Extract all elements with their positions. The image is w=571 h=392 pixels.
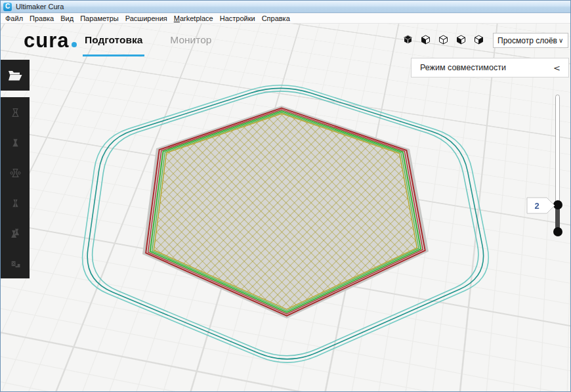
support-blocker-tool-button[interactable] (1, 248, 30, 278)
move-tool-button[interactable] (1, 97, 30, 127)
menu-item-настройки[interactable]: Настройки (217, 14, 259, 22)
view-mode-label: Просмотр слоёв (497, 36, 557, 45)
model-tools-toolbar (1, 97, 30, 278)
menu-item-marketplace[interactable]: Marketplace (171, 14, 217, 22)
cura-app-icon: C (3, 3, 12, 11)
view-3d-icon[interactable] (403, 35, 413, 45)
view-front-icon[interactable] (421, 35, 431, 45)
per-model-settings-icon (10, 228, 21, 239)
window-title: Ultimaker Cura (16, 3, 64, 11)
cura-logo-text: cura (24, 29, 69, 53)
menu-item-файл[interactable]: Файл (2, 14, 26, 22)
menu-bar: ФайлПравкаВидПараметрыРасширенияMarketpl… (1, 13, 571, 24)
mirror-tool-button[interactable] (1, 188, 30, 218)
scale-icon (10, 137, 21, 148)
cura-window: C Ultimaker Cura ФайлПравкаВидПараметрыР… (0, 0, 571, 392)
view-left-icon[interactable] (456, 35, 466, 45)
layer-slider-lower-handle[interactable] (553, 227, 562, 236)
open-file-button[interactable] (1, 60, 30, 91)
view-mode-dropdown[interactable]: Просмотр слоёв ∨ (493, 33, 568, 48)
stage-tabs: Подготовка Монитор (85, 34, 211, 53)
tab-prepare[interactable]: Подготовка (85, 34, 142, 53)
tab-monitor[interactable]: Монитор (170, 34, 211, 53)
scale-tool-button[interactable] (1, 127, 30, 158)
title-bar[interactable]: C Ultimaker Cura (1, 1, 570, 13)
view-top-icon[interactable] (438, 35, 448, 45)
menu-item-правка[interactable]: Правка (26, 14, 57, 22)
buildplate-grid (1, 23, 571, 392)
move-icon (10, 107, 21, 118)
collapse-panel-chevron-icon[interactable]: < (553, 63, 568, 73)
view-right-icon[interactable] (474, 35, 484, 45)
rotate-icon (10, 167, 21, 179)
mirror-icon (10, 198, 21, 209)
compatibility-mode-panel: Режим совместимости < (411, 58, 569, 77)
current-layer-tag: 2 (526, 197, 555, 214)
per-model-settings-tool-button[interactable] (1, 218, 30, 248)
menu-item-справка[interactable]: Справка (259, 14, 293, 22)
rotate-tool-button[interactable] (1, 158, 30, 188)
menu-item-вид[interactable]: Вид (57, 14, 77, 22)
compatibility-mode-title: Режим совместимости (412, 63, 553, 72)
cura-logo: cura (24, 29, 77, 53)
current-layer-value: 2 (534, 201, 539, 211)
viewport-3d[interactable] (1, 23, 571, 392)
open-folder-icon (7, 69, 23, 82)
camera-view-buttons (403, 35, 484, 45)
chevron-down-icon: ∨ (559, 37, 563, 44)
menu-item-параметры[interactable]: Параметры (77, 14, 122, 22)
support-blocker-icon (10, 258, 21, 269)
cura-logo-dot-icon (72, 42, 77, 47)
menu-item-расширения[interactable]: Расширения (122, 14, 171, 22)
